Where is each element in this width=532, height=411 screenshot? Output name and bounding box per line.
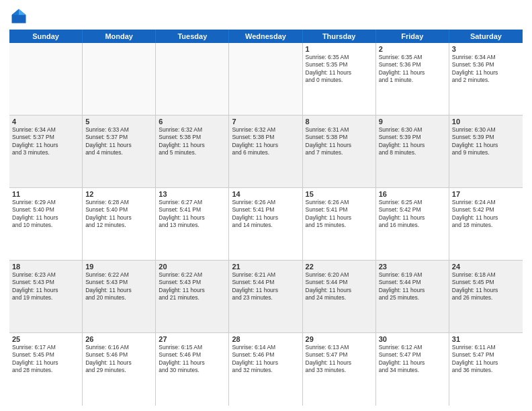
calendar-cell: 23Sunrise: 6:19 AM Sunset: 5:44 PM Dayli… [376,261,449,332]
day-number: 21 [232,263,299,271]
day-number: 28 [232,335,299,343]
weekday-header-thursday: Thursday [303,30,376,43]
day-info: Sunrise: 6:13 AM Sunset: 5:47 PM Dayligh… [306,344,373,375]
day-number: 3 [452,45,520,53]
calendar-cell: 24Sunrise: 6:18 AM Sunset: 5:45 PM Dayli… [449,261,523,332]
day-number: 25 [12,335,79,343]
day-number: 5 [85,118,152,126]
day-number: 2 [379,45,446,53]
calendar-cell: 13Sunrise: 6:27 AM Sunset: 5:41 PM Dayli… [156,188,229,260]
calendar-cell: 27Sunrise: 6:15 AM Sunset: 5:46 PM Dayli… [156,333,229,406]
calendar-cell: 12Sunrise: 6:28 AM Sunset: 5:40 PM Dayli… [83,188,156,260]
calendar-cell [229,43,302,115]
weekday-header-saturday: Saturday [449,30,523,43]
calendar-row: 25Sunrise: 6:17 AM Sunset: 5:45 PM Dayli… [9,333,523,406]
calendar-cell: 25Sunrise: 6:17 AM Sunset: 5:45 PM Dayli… [9,333,83,406]
day-number: 18 [12,263,79,271]
day-info: Sunrise: 6:11 AM Sunset: 5:47 PM Dayligh… [452,344,520,375]
day-info: Sunrise: 6:20 AM Sunset: 5:44 PM Dayligh… [306,271,373,302]
day-number: 4 [12,118,79,126]
day-number: 1 [306,45,373,53]
day-number: 23 [379,263,446,271]
calendar-cell: 1Sunrise: 6:35 AM Sunset: 5:35 PM Daylig… [303,43,376,115]
day-info: Sunrise: 6:33 AM Sunset: 5:37 PM Dayligh… [85,126,152,157]
day-number: 30 [379,335,446,343]
calendar-cell: 4Sunrise: 6:34 AM Sunset: 5:37 PM Daylig… [9,116,83,187]
calendar-cell: 3Sunrise: 6:34 AM Sunset: 5:36 PM Daylig… [449,43,523,115]
day-number: 26 [85,335,152,343]
calendar-cell: 11Sunrise: 6:29 AM Sunset: 5:40 PM Dayli… [9,188,83,260]
day-info: Sunrise: 6:21 AM Sunset: 5:44 PM Dayligh… [232,271,299,302]
day-number: 6 [159,118,226,126]
calendar-cell: 20Sunrise: 6:22 AM Sunset: 5:43 PM Dayli… [156,261,229,332]
day-number: 12 [85,190,152,198]
weekday-header-monday: Monday [83,30,156,43]
weekday-header-friday: Friday [376,30,449,43]
header [9,7,523,26]
calendar-cell: 31Sunrise: 6:11 AM Sunset: 5:47 PM Dayli… [449,333,523,406]
day-info: Sunrise: 6:34 AM Sunset: 5:37 PM Dayligh… [12,126,79,157]
day-info: Sunrise: 6:12 AM Sunset: 5:47 PM Dayligh… [379,344,446,375]
day-number: 16 [379,190,446,198]
calendar-body: 1Sunrise: 6:35 AM Sunset: 5:35 PM Daylig… [9,43,523,406]
day-info: Sunrise: 6:22 AM Sunset: 5:43 PM Dayligh… [85,271,152,302]
calendar-cell [156,43,229,115]
calendar-cell: 28Sunrise: 6:14 AM Sunset: 5:46 PM Dayli… [229,333,302,406]
day-info: Sunrise: 6:28 AM Sunset: 5:40 PM Dayligh… [85,199,152,230]
day-info: Sunrise: 6:19 AM Sunset: 5:44 PM Dayligh… [379,271,446,302]
calendar-cell: 2Sunrise: 6:35 AM Sunset: 5:36 PM Daylig… [376,43,449,115]
day-number: 13 [159,190,226,198]
calendar-cell: 5Sunrise: 6:33 AM Sunset: 5:37 PM Daylig… [83,116,156,187]
svg-marker-1 [19,9,26,15]
day-info: Sunrise: 6:34 AM Sunset: 5:36 PM Dayligh… [452,54,520,85]
day-number: 10 [452,118,520,126]
calendar-cell: 10Sunrise: 6:30 AM Sunset: 5:39 PM Dayli… [449,116,523,187]
calendar-cell: 29Sunrise: 6:13 AM Sunset: 5:47 PM Dayli… [303,333,376,406]
day-info: Sunrise: 6:15 AM Sunset: 5:46 PM Dayligh… [159,344,226,375]
day-number: 15 [306,190,373,198]
calendar-cell: 6Sunrise: 6:32 AM Sunset: 5:38 PM Daylig… [156,116,229,187]
day-number: 11 [12,190,79,198]
calendar-cell: 8Sunrise: 6:31 AM Sunset: 5:38 PM Daylig… [303,116,376,187]
day-number: 19 [85,263,152,271]
day-info: Sunrise: 6:26 AM Sunset: 5:41 PM Dayligh… [306,199,373,230]
day-number: 17 [452,190,520,198]
day-info: Sunrise: 6:17 AM Sunset: 5:45 PM Dayligh… [12,344,79,375]
calendar-cell: 21Sunrise: 6:21 AM Sunset: 5:44 PM Dayli… [229,261,302,332]
day-info: Sunrise: 6:31 AM Sunset: 5:38 PM Dayligh… [306,126,373,157]
day-number: 24 [452,263,520,271]
calendar: SundayMondayTuesdayWednesdayThursdayFrid… [9,30,523,406]
calendar-cell [9,43,83,115]
day-info: Sunrise: 6:30 AM Sunset: 5:39 PM Dayligh… [452,126,520,157]
day-number: 27 [159,335,226,343]
day-info: Sunrise: 6:32 AM Sunset: 5:38 PM Dayligh… [232,126,299,157]
day-info: Sunrise: 6:25 AM Sunset: 5:42 PM Dayligh… [379,199,446,230]
day-info: Sunrise: 6:35 AM Sunset: 5:36 PM Dayligh… [379,54,446,85]
svg-marker-2 [12,9,19,15]
day-info: Sunrise: 6:27 AM Sunset: 5:41 PM Dayligh… [159,199,226,230]
calendar-row: 11Sunrise: 6:29 AM Sunset: 5:40 PM Dayli… [9,188,523,261]
calendar-cell: 22Sunrise: 6:20 AM Sunset: 5:44 PM Dayli… [303,261,376,332]
calendar-cell: 17Sunrise: 6:24 AM Sunset: 5:42 PM Dayli… [449,188,523,260]
day-number: 22 [306,263,373,271]
calendar-cell: 26Sunrise: 6:16 AM Sunset: 5:46 PM Dayli… [83,333,156,406]
day-info: Sunrise: 6:14 AM Sunset: 5:46 PM Dayligh… [232,344,299,375]
calendar-row: 4Sunrise: 6:34 AM Sunset: 5:37 PM Daylig… [9,116,523,188]
day-number: 14 [232,190,299,198]
day-info: Sunrise: 6:23 AM Sunset: 5:43 PM Dayligh… [12,271,79,302]
weekday-header-tuesday: Tuesday [156,30,229,43]
weekday-header-sunday: Sunday [9,30,83,43]
calendar-cell: 15Sunrise: 6:26 AM Sunset: 5:41 PM Dayli… [303,188,376,260]
day-info: Sunrise: 6:16 AM Sunset: 5:46 PM Dayligh… [85,344,152,375]
day-info: Sunrise: 6:24 AM Sunset: 5:42 PM Dayligh… [452,199,520,230]
calendar-cell: 9Sunrise: 6:30 AM Sunset: 5:39 PM Daylig… [376,116,449,187]
calendar-cell: 14Sunrise: 6:26 AM Sunset: 5:41 PM Dayli… [229,188,302,260]
calendar-cell: 7Sunrise: 6:32 AM Sunset: 5:38 PM Daylig… [229,116,302,187]
day-number: 7 [232,118,299,126]
calendar-row: 18Sunrise: 6:23 AM Sunset: 5:43 PM Dayli… [9,261,523,333]
day-info: Sunrise: 6:22 AM Sunset: 5:43 PM Dayligh… [159,271,226,302]
weekday-header-wednesday: Wednesday [229,30,302,43]
day-info: Sunrise: 6:35 AM Sunset: 5:35 PM Dayligh… [306,54,373,85]
day-info: Sunrise: 6:30 AM Sunset: 5:39 PM Dayligh… [379,126,446,157]
day-number: 8 [306,118,373,126]
